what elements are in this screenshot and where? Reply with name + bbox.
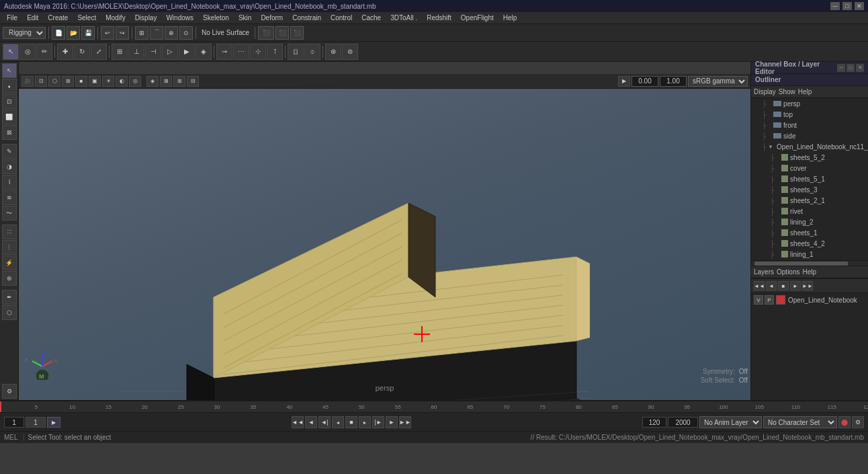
menu-item-skin[interactable]: Skin xyxy=(234,13,255,22)
vp-sel-btn[interactable]: ◈ xyxy=(146,76,159,87)
uvw-btn[interactable]: ⊠ xyxy=(2,125,17,140)
snap-point-btn[interactable]: ⊕ xyxy=(165,26,178,40)
render-btn[interactable]: ⬛ xyxy=(290,26,304,40)
outliner-item[interactable]: ├side xyxy=(751,130,868,141)
maximize-button[interactable]: □ xyxy=(842,2,852,10)
outliner-help-menu[interactable]: Help xyxy=(798,88,812,95)
skeleton-btn2[interactable]: ⋯ xyxy=(233,44,249,60)
constraint-btn1[interactable]: ⊥ xyxy=(128,44,144,60)
settings-btn[interactable]: ⚙ xyxy=(2,384,17,399)
move-tool-btn[interactable]: ✚ xyxy=(57,44,73,60)
vp-texture-btn[interactable]: ▣ xyxy=(89,76,101,87)
menu-item-deform[interactable]: Deform xyxy=(257,13,287,22)
menu-item-cache[interactable]: Cache xyxy=(357,13,385,22)
outliner-item[interactable]: ├rivet xyxy=(751,206,868,216)
play-next-next-btn[interactable]: ►► xyxy=(399,416,411,428)
scale-tool-btn[interactable]: ⤢ xyxy=(91,44,107,60)
layers-help-menu[interactable]: Help xyxy=(802,268,816,276)
layers-layers-menu[interactable]: Layers xyxy=(754,268,774,276)
vp-colorspace-select[interactable]: sRGB gamma xyxy=(688,76,748,87)
new-scene-btn[interactable]: 📄 xyxy=(52,26,65,40)
undo-btn[interactable]: ↩ xyxy=(101,26,114,40)
outliner-maximize-btn[interactable]: □ xyxy=(847,64,855,72)
vp-shadows-btn[interactable]: ◐ xyxy=(116,76,128,87)
outliner-item[interactable]: ├sheets_3 xyxy=(751,184,868,195)
menu-item-redshift[interactable]: Redshift xyxy=(423,13,455,22)
outliner-item[interactable]: ├lining_1 xyxy=(751,249,868,260)
grease-btn[interactable]: ⬡ xyxy=(2,305,17,320)
end-frame-input[interactable] xyxy=(642,417,666,428)
fluid-btn[interactable]: 〜 xyxy=(2,206,17,221)
lasso-tool-btn[interactable]: ◎ xyxy=(19,44,36,60)
outliner-item[interactable]: ├sheets_5_1 xyxy=(751,173,868,184)
ik-btn2[interactable]: ⌽ xyxy=(304,44,320,60)
skeleton-btn4[interactable]: ⊺ xyxy=(267,44,283,60)
mode-dropdown[interactable]: Rigging xyxy=(3,27,46,39)
particles-btn[interactable]: ∷ xyxy=(2,225,17,239)
current-frame-marker[interactable]: ▶ xyxy=(47,417,60,428)
rotate-tool-btn[interactable]: ↻ xyxy=(74,44,90,60)
layers-next-next-btn[interactable]: ►► xyxy=(802,281,813,290)
vp-fit-btn[interactable]: ⊡ xyxy=(35,76,47,87)
current-frame-input[interactable] xyxy=(26,417,46,428)
outliner-scrollbar[interactable] xyxy=(751,260,868,266)
ipr-btn[interactable]: ⬛ xyxy=(275,26,289,40)
snap-curve-btn[interactable]: ⌒ xyxy=(150,26,163,40)
autokey-btn[interactable]: ⬤ xyxy=(838,416,851,428)
vp-ao-btn[interactable]: ◎ xyxy=(129,76,141,87)
menu-item-openflight[interactable]: OpenFlight xyxy=(457,13,498,22)
play-prev-prev-btn[interactable]: ◄◄ xyxy=(292,416,304,428)
outliner-item[interactable]: ├front xyxy=(751,120,868,130)
layer-v-btn[interactable]: V xyxy=(754,295,763,305)
menu-item-dtoall[interactable]: 3DToAll . xyxy=(386,13,421,22)
menu-item-file[interactable]: File xyxy=(3,13,21,22)
playback-end-input[interactable] xyxy=(668,417,698,428)
hair-btn[interactable]: ⌇ xyxy=(2,175,17,190)
play-prev-frame-btn[interactable]: ◄ xyxy=(332,416,344,428)
close-button[interactable]: ✕ xyxy=(855,2,864,10)
layers-prev-prev-btn[interactable]: ◄◄ xyxy=(754,281,765,290)
play-prev-btn[interactable]: ◄ xyxy=(305,416,317,428)
vertex-mode-btn[interactable]: ⬧ xyxy=(2,79,17,93)
ik-btn1[interactable]: ⌼ xyxy=(288,44,304,60)
outliner-show-menu[interactable]: Show xyxy=(779,88,795,95)
save-btn[interactable]: 💾 xyxy=(81,26,95,40)
vp-hud-btn[interactable]: ⊟ xyxy=(187,76,199,87)
start-frame-input[interactable] xyxy=(4,417,24,428)
viewport-area[interactable]: View Shading Lighting Show Renderer Pane… xyxy=(19,62,750,400)
menu-item-select[interactable]: Select xyxy=(73,13,100,22)
outliner-item[interactable]: ├sheets_1 xyxy=(751,227,868,238)
cloth-btn[interactable]: ≋ xyxy=(2,190,17,205)
play-next-frame-btn[interactable]: ► xyxy=(359,416,371,428)
minimize-button[interactable]: ─ xyxy=(830,2,840,10)
outliner-close-btn[interactable]: ✕ xyxy=(856,64,864,72)
menu-item-help[interactable]: Help xyxy=(499,13,521,22)
vp-perspective-btn[interactable]: ⬡ xyxy=(48,76,60,87)
vp-gamma-input[interactable] xyxy=(660,76,687,87)
play-next-key-btn[interactable]: |► xyxy=(372,416,384,428)
layers-area[interactable]: VPOpen_Lined_Notebook xyxy=(751,293,868,400)
vp-solid-btn[interactable]: ■ xyxy=(75,76,87,87)
menu-item-windows[interactable]: Windows xyxy=(162,13,198,22)
vp-iso-btn[interactable]: ⊠ xyxy=(160,76,172,87)
vp-camera-btn[interactable]: 🎥 xyxy=(21,76,34,87)
outliner-display-menu[interactable]: Display xyxy=(754,88,776,95)
layers-stop-btn[interactable]: ■ xyxy=(778,281,789,290)
layers-options-menu[interactable]: Options xyxy=(777,268,799,276)
stop-btn[interactable]: ■ xyxy=(345,416,357,428)
outliner-item[interactable]: ├sheets_4_2 xyxy=(751,238,868,249)
skeleton-btn3[interactable]: ⊹ xyxy=(250,44,266,60)
paint-select-btn[interactable]: ✏ xyxy=(36,44,52,60)
outliner-item[interactable]: ├sheets_5_2 xyxy=(751,152,868,163)
fields-btn[interactable]: ⊛ xyxy=(2,271,17,286)
constraint-btn3[interactable]: ▷ xyxy=(162,44,178,60)
outliner-item[interactable]: ├cover xyxy=(751,163,868,173)
redo-btn[interactable]: ↪ xyxy=(116,26,129,40)
layers-next-btn[interactable]: ► xyxy=(790,281,801,290)
outliner-item[interactable]: ├sheets_2_1 xyxy=(751,195,868,206)
constraint-btn4[interactable]: ▶ xyxy=(179,44,195,60)
menu-item-edit[interactable]: Edit xyxy=(23,13,42,22)
snap-view-btn[interactable]: ⊙ xyxy=(179,26,193,40)
outliner-item[interactable]: ├top xyxy=(751,109,868,120)
outliner-content[interactable]: ├persp├top├front├side├▼Open_Lined_Notebo… xyxy=(751,98,868,260)
